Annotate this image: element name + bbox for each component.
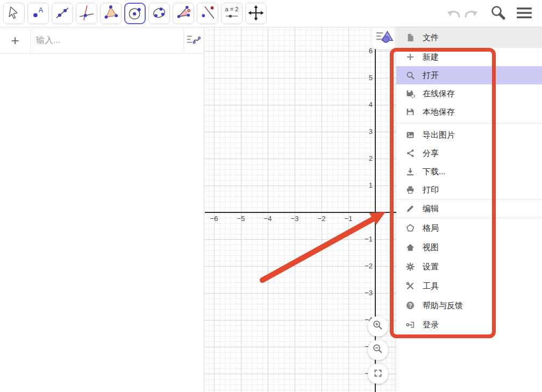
hamburger-menu-icon [515, 6, 533, 22]
perpendicular-line-tool-button[interactable] [76, 3, 97, 24]
y-tick-label: 1 [356, 181, 373, 189]
plus-icon [405, 52, 415, 62]
conic-tool-button[interactable] [148, 3, 170, 24]
y-axis [375, 27, 376, 392]
save-online-icon [405, 89, 415, 98]
menu-item-export-image[interactable]: 导出图片 [396, 126, 542, 144]
menu-item-new[interactable]: 新建 [396, 48, 542, 66]
point-tool-button[interactable]: A [27, 3, 49, 24]
graphics-settings-icon [374, 28, 395, 49]
menu-item-download[interactable]: 下载... [396, 162, 542, 181]
angle-tool-icon [174, 4, 192, 24]
algebra-panel: + [0, 27, 204, 392]
line-tool-icon [53, 4, 72, 24]
search-icon [405, 70, 415, 80]
reflect-tool-icon [198, 4, 217, 24]
menu-header-label: 文件 [423, 33, 439, 43]
angle-tool-button[interactable] [173, 3, 194, 24]
x-tick-label: −4 [260, 215, 276, 223]
menu-item-edit[interactable]: 编辑 [396, 199, 542, 218]
y-tick-label: 5 [356, 74, 373, 82]
move-graphics-tool-button[interactable] [245, 3, 267, 24]
pencil-icon [405, 204, 415, 213]
polygon-tool-icon [102, 4, 120, 24]
input-help-button[interactable] [183, 27, 204, 53]
search-icon [489, 4, 507, 24]
save-icon [405, 107, 415, 117]
move-graphics-tool-icon [247, 4, 265, 24]
fullscreen-button[interactable] [368, 364, 388, 384]
line-tool-button[interactable] [52, 3, 73, 24]
gear-icon [405, 262, 415, 272]
download-icon [405, 167, 415, 176]
redo-icon [463, 6, 479, 22]
zoom-out-button[interactable] [368, 340, 388, 360]
file-menu-panel: 文件 新建 打开 在线保存 本地保存 导出图片 分享 [396, 27, 542, 392]
help-icon: ? [405, 301, 415, 310]
file-icon [405, 33, 415, 42]
tools-icon [405, 281, 415, 291]
algebra-input[interactable] [31, 27, 183, 53]
top-toolbar: A [0, 0, 542, 27]
conic-tool-icon [150, 4, 168, 24]
slider-tool-button[interactable]: a = 2 [221, 3, 243, 24]
add-expression-button[interactable]: + [0, 27, 31, 53]
svg-text:?: ? [409, 303, 412, 309]
home-icon [405, 243, 415, 252]
menu-item-layout[interactable]: 格局 [396, 218, 542, 238]
zoom-in-button[interactable] [368, 316, 388, 337]
algebra-input-row: + [0, 27, 204, 54]
menu-header-file[interactable]: 文件 [396, 27, 542, 48]
plus-icon: + [11, 33, 19, 47]
pentagon-icon [405, 223, 415, 233]
menu-item-view[interactable]: 视图 [396, 238, 542, 257]
cursor-tool-icon [5, 4, 23, 24]
fullscreen-icon [370, 365, 386, 383]
y-tick-label: 6 [356, 47, 373, 55]
reflect-tool-button[interactable] [197, 3, 218, 24]
print-icon [405, 185, 415, 195]
menu-item-tools[interactable]: 工具 [396, 276, 542, 296]
menu-item-help-feedback[interactable]: ? 帮助与反馈 [396, 296, 542, 315]
polygon-tool-button[interactable] [100, 3, 122, 24]
menu-item-save-local[interactable]: 本地保存 [396, 103, 542, 121]
menu-item-sign-in[interactable]: 登录 [396, 315, 542, 334]
y-tick-label: 2 [356, 154, 373, 162]
share-icon [405, 148, 415, 158]
main-menu-button[interactable] [514, 0, 534, 27]
menu-item-open[interactable]: 打开 [396, 66, 542, 84]
x-tick-label: −2 [313, 215, 330, 223]
y-tick-label: 4 [356, 101, 373, 109]
image-icon [405, 130, 415, 140]
graphics-view[interactable]: −6 −5 −4 −3 −2 −1 6 5 4 3 2 1 −1 −2 −3 −… [205, 27, 396, 392]
y-tick-label: −2 [356, 262, 373, 270]
login-icon [405, 320, 415, 330]
point-tool-icon: A [29, 4, 47, 24]
perpendicular-line-tool-icon [77, 4, 96, 24]
x-tick-label: −6 [206, 215, 222, 223]
slider-tool-icon: a = 2 [223, 4, 241, 24]
menu-item-share[interactable]: 分享 [396, 144, 542, 162]
redo-button[interactable] [462, 0, 480, 27]
zoom-out-icon [370, 341, 386, 359]
undo-button[interactable] [445, 0, 462, 27]
y-tick-label: 3 [356, 127, 373, 136]
svg-text:a = 2: a = 2 [225, 6, 239, 12]
x-tick-label: −3 [287, 215, 303, 223]
x-axis [205, 212, 396, 213]
menu-item-settings[interactable]: 设置 [396, 257, 542, 276]
move-tool-button[interactable] [3, 3, 25, 24]
menu-item-print[interactable]: 打印 [396, 181, 542, 199]
menu-divider [396, 123, 542, 124]
function-list-icon [186, 31, 203, 50]
graphics-settings-button[interactable] [372, 27, 396, 49]
x-tick-label: −1 [340, 215, 356, 223]
x-tick-label: −5 [233, 215, 249, 223]
y-tick-label: −3 [356, 289, 373, 297]
tool-strip: A [3, 3, 267, 24]
circle-tool-icon [126, 4, 144, 24]
menu-item-save-online[interactable]: 在线保存 [396, 84, 542, 103]
search-button[interactable] [488, 0, 508, 27]
circle-tool-button[interactable] [124, 3, 146, 24]
zoom-in-icon [370, 318, 386, 336]
